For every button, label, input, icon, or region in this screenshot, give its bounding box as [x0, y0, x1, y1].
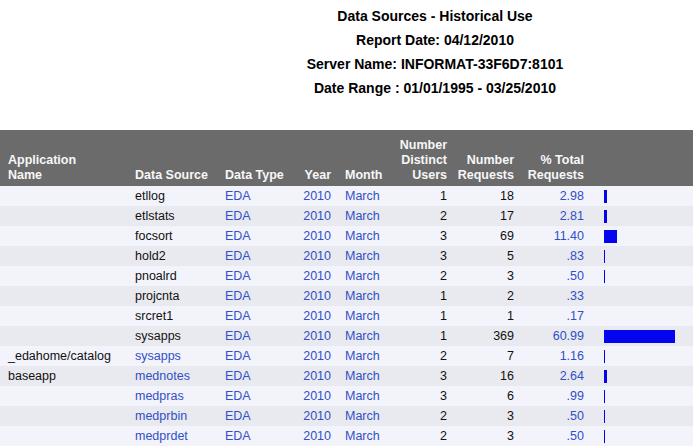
- cell-application-name: [0, 206, 135, 226]
- cell-number-requests: 17: [449, 206, 516, 226]
- col-header-data-source: Data Source: [135, 130, 225, 186]
- cell-month[interactable]: March: [335, 186, 393, 206]
- pct-bar-cell: [586, 426, 693, 446]
- cell-pct-total[interactable]: 1.16: [516, 346, 586, 366]
- cell-data-type[interactable]: EDA: [225, 366, 300, 386]
- cell-month[interactable]: March: [335, 386, 393, 406]
- cell-distinct-users: 1: [393, 186, 449, 206]
- cell-year[interactable]: 2010: [300, 246, 335, 266]
- cell-year[interactable]: 2010: [300, 206, 335, 226]
- pct-bar-cell: [586, 386, 693, 406]
- cell-number-requests: 1: [449, 306, 516, 326]
- cell-distinct-users: 2: [393, 426, 449, 446]
- table-body: etllog EDA 2010 March 1 18 2.98 etlstats…: [0, 186, 693, 446]
- cell-distinct-users: 2: [393, 346, 449, 366]
- cell-pct-total[interactable]: .33: [516, 286, 586, 306]
- cell-distinct-users: 3: [393, 226, 449, 246]
- cell-data-source: etlstats: [135, 206, 225, 226]
- cell-data-source[interactable]: sysapps: [135, 346, 225, 366]
- pct-bar-cell: [586, 186, 693, 206]
- cell-application-name: [0, 426, 135, 446]
- pct-bar: [604, 270, 605, 283]
- cell-month[interactable]: March: [335, 206, 393, 226]
- cell-year[interactable]: 2010: [300, 426, 335, 446]
- cell-data-type[interactable]: EDA: [225, 306, 300, 326]
- cell-year[interactable]: 2010: [300, 406, 335, 426]
- cell-distinct-users: 1: [393, 326, 449, 346]
- cell-month[interactable]: March: [335, 286, 393, 306]
- cell-month[interactable]: March: [335, 266, 393, 286]
- cell-pct-total[interactable]: 60.99: [516, 326, 586, 346]
- pct-bar: [604, 410, 605, 423]
- cell-month[interactable]: March: [335, 306, 393, 326]
- cell-year[interactable]: 2010: [300, 186, 335, 206]
- cell-data-type[interactable]: EDA: [225, 406, 300, 426]
- col-header-data-type: Data Type: [225, 130, 300, 186]
- cell-data-type[interactable]: EDA: [225, 346, 300, 366]
- cell-pct-total[interactable]: .83: [516, 246, 586, 266]
- pct-bar: [604, 230, 617, 243]
- cell-data-source[interactable]: mednotes: [135, 366, 225, 386]
- table-row: srcret1 EDA 2010 March 1 1 .17: [0, 306, 693, 326]
- cell-month[interactable]: March: [335, 326, 393, 346]
- cell-pct-total[interactable]: .50: [516, 406, 586, 426]
- cell-month[interactable]: March: [335, 366, 393, 386]
- cell-year[interactable]: 2010: [300, 326, 335, 346]
- cell-year[interactable]: 2010: [300, 226, 335, 246]
- cell-distinct-users: 3: [393, 246, 449, 266]
- cell-data-type[interactable]: EDA: [225, 246, 300, 266]
- col-header-pct-total-requests: % Total Requests: [516, 130, 586, 186]
- cell-number-requests: 16: [449, 366, 516, 386]
- cell-year[interactable]: 2010: [300, 286, 335, 306]
- cell-distinct-users: 2: [393, 206, 449, 226]
- table-row: baseapp mednotes EDA 2010 March 3 16 2.6…: [0, 366, 693, 386]
- cell-year[interactable]: 2010: [300, 346, 335, 366]
- cell-month[interactable]: March: [335, 426, 393, 446]
- table-row: focsort EDA 2010 March 3 69 11.40: [0, 226, 693, 246]
- cell-application-name: [0, 246, 135, 266]
- col-header-month: Month: [335, 130, 393, 186]
- cell-pct-total[interactable]: .50: [516, 266, 586, 286]
- col-header-year: Year: [300, 130, 335, 186]
- cell-pct-total[interactable]: 2.64: [516, 366, 586, 386]
- cell-pct-total[interactable]: .50: [516, 426, 586, 446]
- cell-data-type[interactable]: EDA: [225, 226, 300, 246]
- cell-year[interactable]: 2010: [300, 266, 335, 286]
- cell-data-type[interactable]: EDA: [225, 286, 300, 306]
- cell-number-requests: 6: [449, 386, 516, 406]
- report-title: Data Sources - Historical Use: [177, 4, 693, 28]
- cell-data-type[interactable]: EDA: [225, 386, 300, 406]
- cell-application-name: [0, 386, 135, 406]
- cell-number-requests: 3: [449, 266, 516, 286]
- pct-bar-cell: [586, 266, 693, 286]
- cell-pct-total[interactable]: 2.81: [516, 206, 586, 226]
- cell-year[interactable]: 2010: [300, 386, 335, 406]
- cell-application-name: [0, 406, 135, 426]
- cell-year[interactable]: 2010: [300, 306, 335, 326]
- table-header-row: Application Name Data Source Data Type Y…: [0, 130, 693, 186]
- cell-data-type[interactable]: EDA: [225, 186, 300, 206]
- cell-distinct-users: 1: [393, 286, 449, 306]
- cell-month[interactable]: March: [335, 246, 393, 266]
- cell-distinct-users: 3: [393, 386, 449, 406]
- cell-data-type[interactable]: EDA: [225, 426, 300, 446]
- cell-data-source[interactable]: medprbin: [135, 406, 225, 426]
- cell-data-source[interactable]: medpras: [135, 386, 225, 406]
- cell-pct-total[interactable]: .17: [516, 306, 586, 326]
- cell-number-requests: 3: [449, 426, 516, 446]
- cell-year[interactable]: 2010: [300, 366, 335, 386]
- cell-data-source[interactable]: medprdet: [135, 426, 225, 446]
- cell-data-source: pnoalrd: [135, 266, 225, 286]
- data-sources-table: Application Name Data Source Data Type Y…: [0, 130, 693, 446]
- cell-data-type[interactable]: EDA: [225, 326, 300, 346]
- cell-month[interactable]: March: [335, 346, 393, 366]
- cell-distinct-users: 2: [393, 266, 449, 286]
- cell-pct-total[interactable]: 2.98: [516, 186, 586, 206]
- cell-month[interactable]: March: [335, 226, 393, 246]
- cell-month[interactable]: March: [335, 406, 393, 426]
- cell-pct-total[interactable]: .99: [516, 386, 586, 406]
- report-date-line: Report Date: 04/12/2010: [177, 28, 693, 52]
- cell-pct-total[interactable]: 11.40: [516, 226, 586, 246]
- cell-data-type[interactable]: EDA: [225, 206, 300, 226]
- cell-data-type[interactable]: EDA: [225, 266, 300, 286]
